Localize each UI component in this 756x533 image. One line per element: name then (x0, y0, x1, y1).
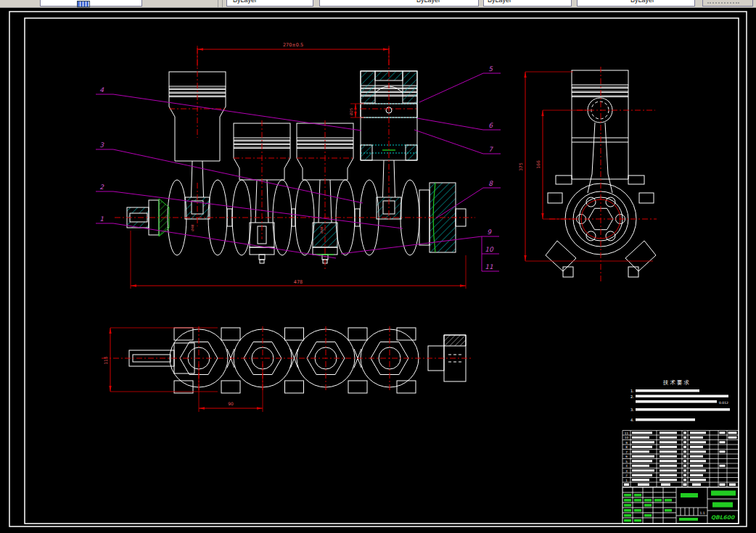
toolbar-separator (218, 0, 218, 7)
bom-row-no: 6 (625, 455, 628, 458)
tech-requirements-title: 技术要求 (662, 379, 691, 386)
toolbar-separator (222, 0, 223, 7)
drawing-geometry (9, 12, 747, 526)
bom-row-no: 2 (625, 474, 628, 477)
scale-value: 1:1 (699, 511, 704, 515)
leader-11-label: 11 (485, 263, 493, 270)
dim-plan-height: 115 (103, 356, 108, 365)
leader-3-label: 3 (99, 141, 104, 149)
dim-plan-pitch: 90 (228, 401, 234, 406)
dim-piston-pin: Ø25 (349, 108, 353, 115)
tech-note-1: 1. (630, 389, 634, 393)
tech-note-3: 3. (630, 408, 634, 412)
layer-grid-icon (77, 1, 90, 7)
plotstyle-combo[interactable]: ByLayer (577, 0, 695, 7)
leader-1-label: 1 (99, 215, 104, 223)
bom-row-no: 9 (625, 441, 628, 445)
bom-row-no: 11 (625, 431, 629, 435)
preview-combo[interactable] (702, 0, 753, 7)
leader-6-label: 6 (488, 122, 493, 129)
bom-row-no: 5 (625, 460, 628, 463)
bom-row-no: 4 (625, 464, 628, 468)
bom-row-no: 8 (625, 445, 628, 449)
color-combo-value: ByLayer (233, 0, 257, 4)
bom-row-no: 1 (625, 479, 628, 482)
bom-row-no: 3 (625, 469, 628, 473)
color-combo[interactable]: ByLayer (226, 0, 313, 7)
plotstyle-combo-value: ByLayer (630, 0, 654, 4)
tech-note-4: 4. (630, 418, 634, 422)
dim-crank-pin-2: Ø48 (320, 226, 324, 233)
leader-9-label: 9 (487, 228, 492, 236)
leader-7-label: 7 (488, 146, 493, 153)
cad-drawing-canvas[interactable]: 1 2 3 4 5 6 7 8 9 10 11 270±0.5 478 375 … (0, 0, 756, 533)
lineweight-combo[interactable]: ByLayer (483, 0, 572, 7)
tech-tolerance-value: 0.012 (719, 401, 728, 405)
dim-side-height: 375 (518, 162, 523, 171)
bom-row-no: 10 (625, 436, 629, 439)
dim-overall-length: 478 (294, 279, 303, 285)
layer-combo[interactable] (40, 0, 142, 7)
dim-crank-pin-1: Ø48 (191, 224, 194, 231)
disabled-content (707, 2, 739, 4)
tech-note-2: 2. (630, 394, 634, 399)
linetype-combo[interactable]: ByLayer (319, 0, 479, 7)
dim-side-center: 166 (535, 160, 541, 169)
linetype-combo-value: ByLayer (416, 0, 440, 4)
dim-top-span: 270±0.5 (283, 42, 303, 48)
leader-2-label: 2 (99, 183, 104, 191)
bom-row-no: 7 (625, 450, 628, 454)
leader-8-label: 8 (488, 180, 493, 187)
lineweight-combo-value: ByLayer (488, 0, 511, 4)
leader-10-label: 10 (485, 246, 494, 253)
drawing-number: QBL600 (711, 514, 735, 521)
object-properties-toolbar: ByLayer ByLayer ByLayer ByLayer (0, 0, 756, 8)
leader-4-label: 4 (99, 86, 104, 94)
leader-5-label: 5 (488, 65, 493, 73)
